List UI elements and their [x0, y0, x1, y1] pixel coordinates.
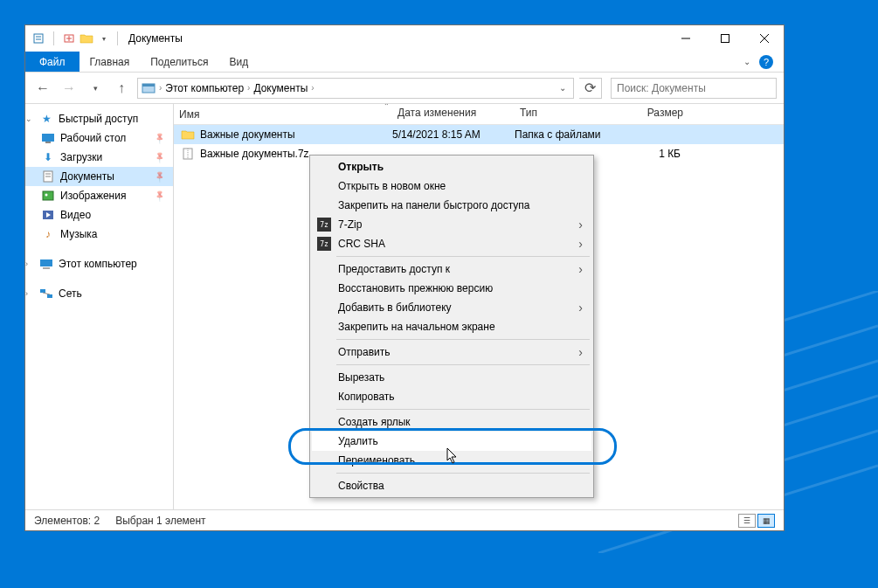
svg-rect-26	[40, 259, 52, 266]
quick-access-toolbar: ▾	[31, 31, 112, 46]
back-button[interactable]: ←	[32, 78, 53, 99]
sidebar-item-label: Видео	[60, 209, 91, 221]
chevron-right-icon[interactable]: ›	[25, 289, 34, 298]
sidebar-item-desktop[interactable]: Рабочий стол	[25, 128, 173, 148]
ribbon-tab-share[interactable]: Поделиться	[140, 52, 218, 72]
sidebar-item-music[interactable]: ♪ Музыка	[25, 225, 173, 244]
menu-rename[interactable]: Переименовать	[312, 451, 591, 470]
sidebar-item-label: Рабочий стол	[60, 132, 126, 144]
view-details-button[interactable]: ☰	[738, 514, 756, 528]
menu-separator	[336, 409, 590, 410]
column-name[interactable]: Имя	[174, 104, 392, 124]
chevron-right-icon[interactable]: ›	[25, 259, 34, 268]
file-size: 1 КБ	[619, 148, 689, 160]
new-folder-icon[interactable]	[61, 31, 77, 46]
sidebar-quick-access[interactable]: ⌄ ★ Быстрый доступ	[25, 109, 173, 128]
sidebar-item-label: Изображения	[60, 190, 126, 202]
search-input[interactable]	[611, 78, 777, 99]
svg-rect-18	[45, 142, 51, 143]
svg-line-30	[43, 293, 50, 294]
menu-restore-version[interactable]: Восстановить прежнюю версию	[312, 279, 591, 298]
address-bar[interactable]: › Этот компьютер › Документы › ⌄	[137, 78, 574, 99]
menu-send-to[interactable]: Отправить	[312, 342, 591, 362]
address-dropdown-icon[interactable]: ⌄	[556, 83, 570, 93]
svg-rect-17	[42, 134, 54, 142]
view-icons-button[interactable]: ▦	[757, 514, 775, 528]
ribbon-tab-view[interactable]: Вид	[218, 52, 259, 72]
help-icon[interactable]: ?	[759, 55, 773, 69]
menu-pin-start[interactable]: Закрепить на начальном экране	[312, 317, 591, 336]
svg-rect-7	[34, 34, 43, 43]
sidebar-item-label: Загрузки	[60, 151, 102, 163]
ribbon-tabs: Файл Главная Поделиться Вид ⌄ ?	[25, 52, 784, 73]
menu-7zip[interactable]: 7z7-Zip	[312, 215, 591, 234]
chevron-down-icon[interactable]: ⌄	[25, 114, 34, 123]
svg-rect-29	[47, 294, 52, 298]
column-headers: Имя Дата изменения Тип Размер	[174, 104, 784, 125]
menu-properties[interactable]: Свойства	[312, 476, 591, 495]
forward-button[interactable]: →	[59, 78, 80, 99]
sort-ascending-icon: ⌃	[384, 104, 390, 110]
navigation-pane: ⌄ ★ Быстрый доступ Рабочий стол ⬇ Загруз…	[25, 104, 174, 509]
properties-icon[interactable]	[31, 31, 46, 46]
refresh-button[interactable]: ⟳	[579, 78, 602, 99]
recent-locations-icon[interactable]: ▾	[85, 78, 106, 99]
minimize-button[interactable]	[666, 25, 705, 52]
folder-icon	[181, 128, 195, 141]
column-date[interactable]: Дата изменения	[392, 104, 515, 124]
sidebar-network[interactable]: › Сеть	[25, 284, 173, 303]
breadcrumb-this-pc[interactable]: Этот компьютер	[162, 82, 247, 94]
menu-cut[interactable]: Вырезать	[312, 368, 591, 387]
sidebar-item-documents[interactable]: Документы	[25, 167, 173, 186]
menu-copy[interactable]: Копировать	[312, 387, 591, 406]
svg-rect-28	[40, 289, 45, 293]
qat-divider	[53, 31, 54, 45]
documents-icon	[41, 170, 55, 183]
ribbon-tab-home[interactable]: Главная	[80, 52, 141, 72]
sidebar-item-downloads[interactable]: ⬇ Загрузки	[25, 148, 173, 167]
menu-open-new-window[interactable]: Открыть в новом окне	[312, 176, 591, 196]
network-icon	[39, 287, 53, 300]
svg-rect-12	[721, 35, 729, 43]
qat-dropdown-icon[interactable]: ▾	[96, 31, 112, 46]
file-row[interactable]: Важные документы 5/14/2021 8:15 AM Папка…	[174, 125, 784, 144]
title-divider	[117, 31, 118, 45]
breadcrumb-documents[interactable]: Документы	[250, 82, 311, 94]
menu-delete[interactable]: Удалить	[312, 432, 591, 451]
up-button[interactable]: ↑	[111, 78, 132, 99]
close-button[interactable]	[744, 25, 784, 52]
file-name: Важные документы.7z	[200, 148, 309, 160]
menu-separator	[336, 256, 590, 257]
menu-separator	[336, 339, 590, 340]
menu-grant-access[interactable]: Предоставить доступ к	[312, 259, 591, 279]
menu-open[interactable]: Открыть	[312, 157, 591, 176]
titlebar[interactable]: ▾ Документы	[25, 25, 784, 52]
column-size[interactable]: Размер	[619, 104, 689, 124]
sidebar-label: Быстрый доступ	[59, 113, 138, 125]
status-count: Элементов: 2	[34, 515, 100, 527]
file-date: 5/14/2021 8:15 AM	[392, 128, 515, 141]
svg-rect-22	[43, 191, 53, 200]
archive-icon	[181, 148, 195, 160]
svg-rect-27	[43, 267, 50, 269]
ribbon-tab-file[interactable]: Файл	[25, 52, 80, 72]
sidebar-item-videos[interactable]: Видео	[25, 205, 173, 225]
sidebar-label: Сеть	[59, 287, 82, 300]
column-type[interactable]: Тип	[515, 104, 619, 124]
file-type: Папка с файлами	[515, 128, 619, 141]
ribbon-expand-icon[interactable]: ⌄	[743, 57, 750, 66]
menu-crc-sha[interactable]: 7zCRC SHA	[312, 234, 591, 253]
computer-icon	[39, 258, 53, 270]
maximize-button[interactable]	[705, 25, 744, 52]
sidebar-this-pc[interactable]: › Этот компьютер	[25, 254, 173, 273]
window-title: Документы	[128, 32, 183, 45]
sidebar-item-pictures[interactable]: Изображения	[25, 186, 173, 205]
menu-pin-quick-access[interactable]: Закрепить на панели быстрого доступа	[312, 196, 591, 215]
menu-create-shortcut[interactable]: Создать ярлык	[312, 412, 591, 432]
menu-separator	[336, 364, 590, 365]
breadcrumb-separator[interactable]: ›	[311, 83, 314, 93]
folder-icon	[142, 82, 156, 94]
navigation-bar: ← → ▾ ↑ › Этот компьютер › Документы › ⌄…	[25, 73, 784, 104]
sidebar-item-label: Документы	[60, 170, 114, 183]
menu-add-library[interactable]: Добавить в библиотеку	[312, 298, 591, 317]
